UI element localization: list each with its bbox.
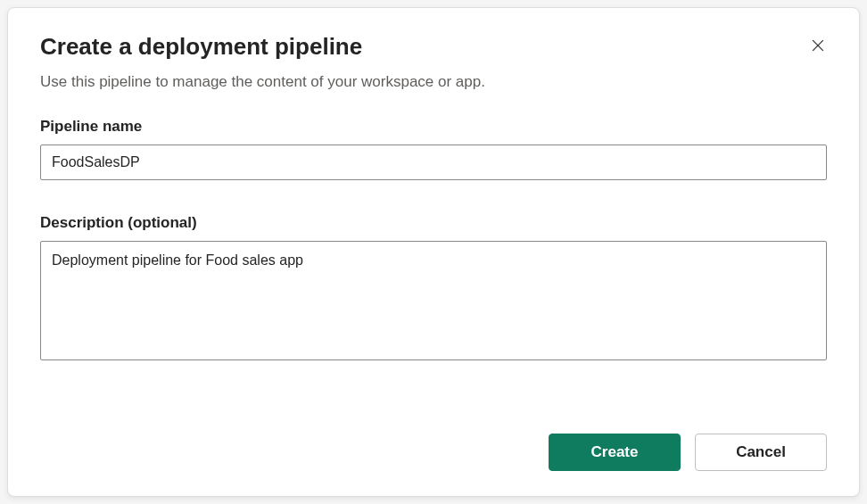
- cancel-button[interactable]: Cancel: [695, 434, 827, 471]
- dialog-footer: Create Cancel: [40, 416, 827, 471]
- dialog-subtitle: Use this pipeline to manage the content …: [40, 73, 827, 91]
- dialog-title: Create a deployment pipeline: [40, 33, 827, 61]
- description-label: Description (optional): [40, 214, 827, 232]
- close-icon: [809, 44, 827, 57]
- close-button[interactable]: [805, 33, 830, 61]
- pipeline-name-input[interactable]: [40, 145, 827, 180]
- create-button[interactable]: Create: [549, 434, 681, 471]
- pipeline-name-label: Pipeline name: [40, 118, 827, 136]
- description-input[interactable]: Deployment pipeline for Food sales app: [40, 241, 827, 360]
- create-pipeline-dialog: Create a deployment pipeline Use this pi…: [7, 7, 860, 497]
